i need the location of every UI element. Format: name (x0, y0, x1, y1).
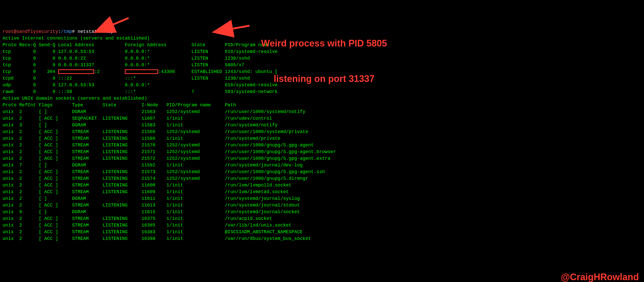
unix-row: unix 2 [ ACC ] STREAM LISTENING 11613 1/… (3, 203, 300, 208)
inet-row: udp 0 0 127.0.0.53:53 0.0.0.0:* 610/syst… (3, 82, 278, 88)
unix-row: unix 7 [ ] DGRAM 11592 1/init /run/syste… (3, 163, 303, 168)
unix-row: unix 2 [ ACC ] STREAM LISTENING 21570 12… (3, 143, 314, 148)
redaction-box (125, 69, 158, 74)
unix-row: unix 2 [ ACC ] STREAM LISTENING 11586 1/… (3, 136, 280, 141)
prompt-user: root@sandflysecurity (3, 29, 58, 34)
unix-row: unix 2 [ ] DGRAM 21563 1252/systemd /run… (3, 109, 305, 114)
unix-row: unix 2 [ ACC ] STREAM LISTENING 11609 1/… (3, 189, 289, 194)
unix-row: unix 2 [ ACC ] STREAM LISTENING 16375 1/… (3, 216, 272, 221)
unix-row: unix 3 [ ] DGRAM 11583 1/init /run/syste… (3, 123, 278, 128)
annotation-line-1: Weird process with PID 5805 (252, 37, 396, 49)
unix-row: unix 2 [ ACC ] STREAM LISTENING 16383 1/… (3, 229, 303, 234)
unix-row: unix 2 [ ACC ] STREAM LISTENING 16365 1/… (3, 223, 291, 228)
inet-row: tcp 0 0 127.0.0.53:53 0.0.0.0:* LISTEN 6… (3, 49, 278, 54)
unix-row: unix 2 [ ACC ] STREAM LISTENING 21573 12… (3, 169, 325, 174)
inet-row: tcp 0 0 0.0.0.0:31337 0.0.0.0:* LISTEN 5… (3, 62, 244, 68)
inet-row: tcp6 0 0 :::22 :::* LISTEN 1238/sshd (3, 76, 250, 81)
inet-row: tcp 0 304 :2 :43308 ESTABLISHED 1243/ssh… (3, 69, 278, 74)
unix-row: unix 9 [ ] DGRAM 11615 1/init /run/syste… (3, 209, 300, 214)
unix-row: unix 2 [ ACC ] STREAM LISTENING 21566 12… (3, 129, 308, 134)
unix-row: unix 2 [ ACC ] STREAM LISTENING 21571 12… (3, 149, 336, 154)
annotation-line-2: listening on port 31337 (252, 73, 396, 85)
inet-row: raw6 0 0 :::58 :::* 7 593/systemd-networ… (3, 89, 278, 94)
unix-row: unix 2 [ ACC ] STREAM LISTENING 21572 12… (3, 156, 330, 161)
unix-row: unix 2 [ ACC ] STREAM LISTENING 11600 1/… (3, 183, 291, 188)
unix-row: unix 2 [ ACC ] STREAM LISTENING 21574 12… (3, 176, 308, 181)
prompt-colon: : (58, 29, 61, 34)
unix-row: unix 2 [ ] DGRAM 11611 1/init /run/syste… (3, 196, 300, 201)
annotation-callout: Weird process with PID 5805 listening on… (252, 14, 396, 97)
unix-row: unix 2 [ ACC ] SEQPACKET LISTENING 11607… (3, 116, 272, 121)
inet-row: tcp 0 0 0.0.0.0:22 0.0.0.0:* LISTEN 1238… (3, 56, 250, 61)
command[interactable]: netstat -nalp (78, 29, 114, 34)
unix-row: unix 2 [ ACC ] STREAM LISTENING 16398 1/… (3, 236, 311, 241)
unix-columns: Proto RefCnt Flags Type State I-Node PID… (3, 102, 236, 108)
prompt-line: root@sandflysecurity:/tmp# netstat -nalp (3, 29, 114, 34)
redaction-box (58, 69, 94, 74)
inet-columns: Proto Recv-Q Send-Q Local Address Foreig… (3, 42, 269, 48)
unix-title: Active UNIX domain sockets (servers and … (3, 96, 147, 101)
inet-title: Active Internet connections (servers and… (3, 36, 150, 41)
prompt-hash: # (72, 29, 78, 34)
prompt-path: /tmp (61, 29, 72, 34)
annotation-watermark: @CraigHRowland (561, 274, 639, 280)
